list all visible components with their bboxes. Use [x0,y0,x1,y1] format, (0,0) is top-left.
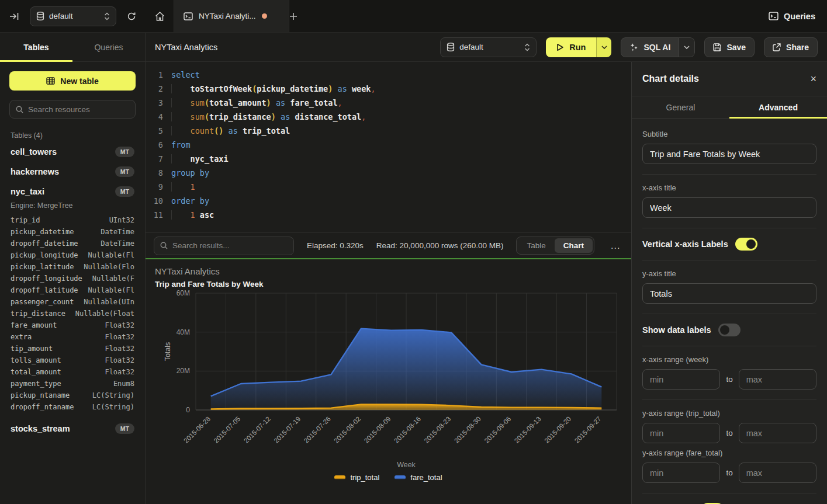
code-text: count() as trip_total [163,124,290,138]
subtitle-input[interactable] [642,144,816,164]
xaxis-range-min-input[interactable] [642,369,720,390]
code-line: 1select [146,68,631,82]
run-button-group: Run [546,37,611,57]
yaxis-range-fare-min-input[interactable] [642,463,720,483]
column-row: passenger_countNullable(UIn [9,296,136,308]
queries-button[interactable]: Queries [769,12,815,21]
database-selector[interactable]: default [30,6,116,26]
range-to-label: to [726,429,732,437]
plus-icon [289,12,316,20]
code-line: 10order by [146,194,631,208]
code-text: 1 asc [163,208,214,222]
svg-text:2015-09-20: 2015-09-20 [543,415,572,444]
yaxis-range-trip-min-input[interactable] [642,423,720,443]
yaxis-range-trip-max-input[interactable] [739,423,816,443]
column-type: Float32 [105,356,134,365]
column-row: dropoff_latitudeNullable(Fl [9,284,136,296]
database-icon [36,12,44,20]
panel-tab-advanced[interactable]: Advanced [729,96,827,118]
code-text: order by [163,194,209,208]
panel-tab-general[interactable]: General [632,96,729,118]
column-type: Enum8 [113,379,134,388]
column-type: Nullable(Flo [84,262,134,272]
table-list-item[interactable]: hackernewsMT [9,162,136,182]
yaxis-range-fare-max-input[interactable] [739,463,816,483]
save-label: Save [726,43,746,52]
results-toolbar: Elapsed: 0.320s Read: 20,000,000 rows (2… [146,232,631,258]
xaxis-title-input[interactable] [642,197,816,218]
code-line: 6from [146,138,631,152]
column-row: dropoff_ntanameLC(String) [9,401,136,413]
code-line: 3 sum(total_amount) as fare_total, [146,96,631,110]
vertical-xaxis-labels-toggle[interactable] [735,238,757,251]
table-name: stocks_stream [11,424,70,433]
view-toggle-table[interactable]: Table [518,238,554,253]
resource-search-input[interactable] [28,105,129,114]
column-type: Nullable(F [92,274,134,283]
table-name: cell_towers [11,147,57,157]
code-line: 2 toStartOfWeek(pickup_datetime) as week… [146,82,631,96]
view-toggle-chart[interactable]: Chart [555,238,593,253]
share-button[interactable]: Share [764,37,818,57]
home-button[interactable] [146,0,174,32]
y-axis-title: Totals [164,342,172,362]
sidebar-body: New table Tables (4) cell_towersMThacker… [0,62,145,448]
column-type: Float32 [105,367,134,377]
toolbar-database-value: default [459,43,483,51]
column-row: pickup_datetimeDateTime [9,226,136,238]
toolbar-database-selector[interactable]: default [440,37,537,57]
results-more-button[interactable]: ... [607,239,624,252]
query-title: NYTaxi Analytics [155,43,217,52]
close-icon: × [810,73,816,85]
sidebar-tab-tables[interactable]: Tables [0,33,72,61]
svg-text:2015-06-28: 2015-06-28 [182,415,212,444]
toggle-knob [720,325,729,335]
sql-ai-button[interactable]: SQL AI [621,37,679,57]
table-name: hackernews [11,167,59,176]
run-options-caret[interactable] [596,37,611,57]
column-type: Float32 [105,321,134,330]
engine-badge: MT [115,423,134,434]
line-number: 7 [146,152,163,166]
table-list-item[interactable]: stocks_streamMT [9,419,136,439]
xaxis-title-label: x-axis title [642,183,816,192]
sql-editor[interactable]: 1select2 toStartOfWeek(pickup_datetime) … [146,62,631,232]
resource-search [9,100,136,119]
code-line: 8group by [146,166,631,180]
save-button[interactable]: Save [704,37,755,57]
search-icon [160,242,168,249]
tab-nytaxi-analytics[interactable]: NYTaxi Analyti... [174,0,289,32]
line-number: 4 [146,110,163,124]
column-row: pickup_ntanameLC(String) [9,390,136,401]
sidebar-tab-queries[interactable]: Queries [72,33,145,61]
close-panel-button[interactable]: × [810,73,816,85]
column-row: payment_typeEnum8 [9,378,136,390]
svg-text:2015-07-26: 2015-07-26 [303,415,332,444]
sql-ai-caret[interactable] [679,37,695,57]
search-icon [16,106,23,113]
xaxis-range-max-input[interactable] [739,369,816,390]
new-tab-button[interactable] [289,0,316,32]
yaxis-title-input[interactable] [642,283,816,304]
database-icon [447,43,455,51]
x-axis-title: Week [397,461,416,469]
panel-header: Chart details × [632,62,827,96]
results-search-input[interactable] [172,241,288,250]
legend-item-trip_total[interactable]: trip_total [334,473,379,482]
show-data-labels-toggle[interactable] [718,324,741,336]
code-text: sum(trip_distance) as distance_total, [163,110,366,124]
table-list-item[interactable]: nyc_taxiMT [9,182,136,201]
code-text: nyc_taxi [163,152,229,166]
code-line: 4 sum(trip_distance) as distance_total, [146,110,631,124]
svg-text:2015-08-16: 2015-08-16 [393,415,422,444]
collapse-sidebar-button[interactable] [7,10,22,23]
run-label: Run [569,43,586,52]
run-button[interactable]: Run [546,37,596,57]
topbar-left: default [0,0,146,32]
engine-badge: MT [115,166,134,177]
table-list-item[interactable]: cell_towersMT [9,142,136,162]
column-row: extraFloat32 [9,331,136,343]
new-table-button[interactable]: New table [9,71,136,91]
legend-item-fare_total[interactable]: fare_total [395,473,442,482]
refresh-button[interactable] [124,9,139,23]
